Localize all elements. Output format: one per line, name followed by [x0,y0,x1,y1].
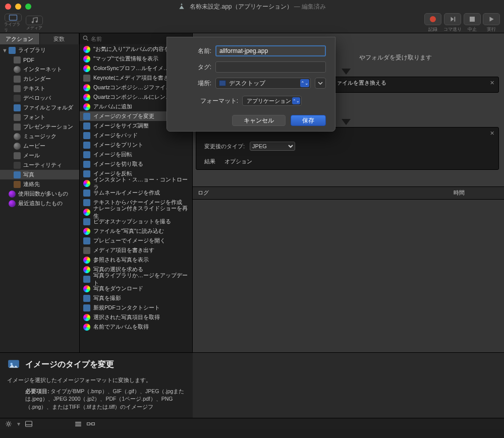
name-label: 名前: [176,47,211,55]
action-icon [83,275,91,283]
toolbar: ライブラリメディア 記録コマ送り中止実行 [0,13,504,33]
stop-btn[interactable]: 中止 [464,13,481,33]
save-location-select[interactable]: デスクトップ ⌃⌄ [215,78,311,89]
save-name-input[interactable] [215,45,326,56]
run-btn[interactable]: 実行 [483,13,500,33]
media-mode[interactable]: メディア [25,16,43,31]
action-icon [83,84,91,92]
action-icon [83,93,91,101]
expand-sheet-button[interactable] [315,78,326,89]
action-icon [83,285,91,293]
save-format-select[interactable]: アプリケーション ⌃⌄ [242,96,302,106]
action-item[interactable]: メディア項目を書き出す [80,245,192,255]
save-tag-input[interactable] [215,61,326,73]
action-item[interactable]: インスタント・ス…ョー・コントローラ [80,178,192,188]
action-item[interactable]: 写真ライブラリか…ージをアップデート [80,274,192,284]
workflow-step-change-image-type[interactable]: ✕ 変更後のタイプ: JPEG 結果 オプション [196,127,499,170]
action-icon [83,256,91,264]
action-icon [83,45,91,53]
action-item[interactable]: 名前でアルバムを取得 [80,322,192,332]
library-item[interactable]: インターネット [0,65,79,74]
library-item[interactable]: ユーティリティ [0,160,79,170]
svg-point-3 [430,16,436,22]
action-icon [83,237,91,245]
gear-icon[interactable] [5,420,12,427]
library-sidebar: アクション 変数 ▼ライブラリPDFインターネットカレンダーテキストデベロッパフ… [0,33,80,352]
svg-line-7 [87,39,88,41]
library-smart-item[interactable]: 使用回数が多いもの [0,189,79,199]
svg-point-2 [36,21,38,23]
action-icon [83,160,91,168]
list-view-icon[interactable] [75,421,82,427]
save-sheet: 名前: タグ: 場所: デスクトップ ⌃⌄ フォーマット: アプリケーション ⌃… [166,37,335,132]
tag-label: タグ: [176,63,211,72]
connector-icon [342,119,351,125]
action-item[interactable]: 選択された写真項目を取得 [80,312,192,322]
library-item[interactable]: PDF [0,55,79,65]
library-item[interactable]: ファイルとフォルダ [0,103,79,112]
action-icon [83,246,91,255]
action-item[interactable]: ナレーション付きスライドショーを再生 [80,207,192,217]
log-column-log[interactable]: ログ [198,189,454,197]
step-icon [444,13,461,25]
sidebar-tabs: アクション 変数 [0,33,79,44]
svg-rect-17 [91,422,94,425]
close-icon[interactable]: ✕ [490,130,494,137]
action-item[interactable]: イメージをパッド [80,131,192,140]
tab-variables[interactable]: 変数 [40,33,80,44]
action-icon [83,314,91,322]
log-header: ログ 時間 [193,186,504,200]
action-icon [83,199,91,207]
action-item[interactable]: イメージをプリント [80,140,192,150]
save-button[interactable]: 保存 [291,115,326,126]
music-icon [26,16,43,25]
cancel-button[interactable]: キャンセル [232,115,286,126]
action-item[interactable]: 参照される写真を表示 [80,255,192,265]
action-description-icon [7,358,20,371]
action-item[interactable]: 新規PDFコンタクトシート [80,303,192,312]
action-item[interactable]: イメージを切り取る [80,159,192,169]
step-btn[interactable]: コマ送り [443,13,462,33]
needs-label: 必要項目: [25,388,49,394]
library-item[interactable]: 写真 [0,170,79,179]
record-icon [424,13,441,25]
library-item[interactable]: フォント [0,112,79,122]
record-btn[interactable]: 記録 [424,13,441,33]
library-item[interactable]: ムービー [0,141,79,151]
close-icon[interactable]: ✕ [490,80,494,86]
svg-rect-14 [75,423,81,424]
library-item[interactable]: プレゼンテーション [0,122,79,132]
action-item[interactable]: ファイルを"写真"に読み込む [80,226,192,236]
library-item[interactable]: カレンダー [0,74,79,84]
library-item[interactable]: 連絡先 [0,179,79,189]
search-icon [82,35,89,42]
options-tab[interactable]: オプション [225,158,252,165]
tab-actions[interactable]: アクション [0,33,40,44]
log-column-time[interactable]: 時間 [454,189,499,197]
image-type-select[interactable]: JPEG [250,142,295,151]
library-smart-item[interactable]: 最近追加したもの [0,199,79,208]
flow-view-icon[interactable] [87,421,95,427]
workflow-step-title: ァイルを置き換える [337,79,386,87]
stop-icon [464,13,481,25]
library-item[interactable]: ミュージック [0,132,79,141]
library-mode[interactable]: ライブラリ [4,16,22,31]
description-right-pane [193,353,504,418]
library-item[interactable]: デベロッパ [0,93,79,103]
svg-rect-15 [75,425,81,426]
action-item[interactable]: イメージを回転 [80,150,192,159]
window-title: 名称未設定.app（アプリケーション） — 編集済み [0,3,504,11]
desktop-icon [219,80,226,86]
panel-toggle-icon[interactable] [25,421,32,427]
results-tab[interactable]: 結果 [204,158,215,165]
action-item[interactable]: プレビューでイメージを開く [80,236,192,245]
action-item[interactable]: 写真を撮影 [80,293,192,303]
svg-rect-16 [87,422,90,425]
workflow-receives-hint: やフォルダを受け取ります [359,53,432,62]
library-item[interactable]: メール [0,151,79,160]
chevron-down-icon[interactable]: ▾ [17,420,20,427]
library-item[interactable]: テキスト [0,84,79,93]
library-root[interactable]: ▼ライブラリ [0,45,79,55]
action-icon [83,74,91,82]
action-icon [83,112,91,120]
